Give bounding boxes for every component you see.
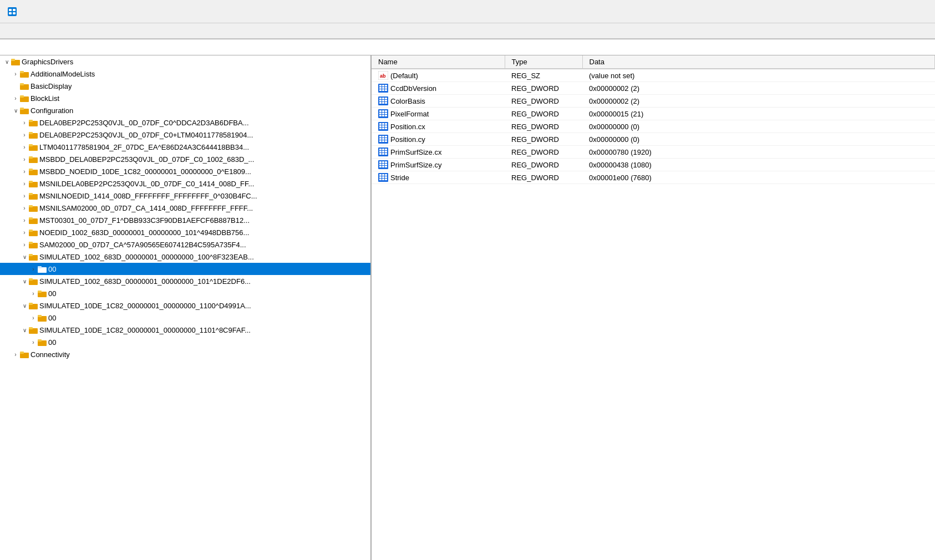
svg-rect-92 — [382, 125, 384, 127]
tree-node-msnilsam[interactable]: ›MSNILSAM02000_0D_07D7_CA_1414_008D_FFFF… — [0, 202, 370, 214]
expand-btn-simulated2[interactable]: ∨ — [20, 277, 29, 286]
value-row-1[interactable]: CcdDbVersionREG_DWORD0x00000002 (2) — [372, 82, 935, 95]
dword-icon-1 — [378, 84, 388, 93]
value-row-5[interactable]: Position.cyREG_DWORD0x00000000 (0) — [372, 133, 935, 146]
expand-btn-msnildela[interactable]: › — [20, 179, 29, 188]
value-name-text-6: PrimSurfSize.cx — [390, 148, 441, 156]
value-row-0[interactable]: ab(Default)REG_SZ(value not set) — [372, 69, 935, 82]
menu-file[interactable] — [3, 30, 14, 32]
expand-btn-sim3_00[interactable]: › — [29, 313, 38, 322]
svg-rect-124 — [379, 166, 382, 167]
tree-node-mst00301[interactable]: ›MST00301_00_07D7_F1^DBB933C3F90DB1AEFCF… — [0, 214, 370, 226]
tree-node-dela0bep2[interactable]: ›DELA0BEP2PC253Q0VJL_0D_07DF_C0+LTM04011… — [0, 129, 370, 141]
expand-btn-simulated1[interactable]: ∨ — [20, 252, 29, 261]
menu-help[interactable] — [52, 30, 63, 32]
tree-node-graphicsdrivers[interactable]: ∨GraphicsDrivers — [0, 55, 370, 68]
tree-node-ltm04011[interactable]: ›LTM04011778581904_2F_07DC_EA^E86D24A3C6… — [0, 141, 370, 153]
tree-node-sim4_00[interactable]: ›00 — [0, 336, 370, 348]
tree-node-sim3_00[interactable]: ›00 — [0, 312, 370, 324]
tree-label-msnilsam: MSNILSAM02000_0D_07D7_CA_1414_008D_FFFFF… — [39, 204, 253, 212]
values-panel[interactable]: Name Type Data ab(Default)REG_SZ(value n… — [372, 55, 935, 560]
tree-node-configuration[interactable]: ∨Configuration — [0, 104, 370, 116]
expand-btn-msnilsam[interactable]: › — [20, 203, 29, 212]
tree-node-simulated4[interactable]: ∨SIMULATED_10DE_1C82_00000001_00000000_1… — [0, 324, 370, 336]
expand-btn-graphicsdrivers[interactable]: ∨ — [2, 57, 11, 66]
tree-node-msnilnoedid[interactable]: ›MSNILNOEDID_1414_008D_FFFFFFFF_FFFFFFFF… — [0, 190, 370, 202]
expand-btn-blocklist[interactable]: › — [11, 94, 20, 103]
expand-btn-sim1_00[interactable]: › — [29, 264, 38, 273]
svg-rect-94 — [379, 128, 382, 129]
svg-rect-122 — [382, 164, 384, 165]
svg-rect-0 — [8, 7, 17, 16]
value-type-1: REG_DWORD — [505, 82, 582, 95]
tree-node-additionalmodelists[interactable]: ›AdditionalModeLists — [0, 68, 370, 80]
expand-btn-sim2_00[interactable]: › — [29, 289, 38, 298]
expand-btn-msbdd_noedid[interactable]: › — [20, 167, 29, 176]
expand-btn-noedid[interactable]: › — [20, 228, 29, 237]
tree-node-simulated2[interactable]: ∨SIMULATED_1002_683D_00000001_00000000_1… — [0, 275, 370, 287]
expand-btn-connectivity[interactable]: › — [11, 350, 20, 359]
svg-rect-50 — [29, 327, 33, 329]
tree-node-blocklist[interactable]: ›BlockList — [0, 92, 370, 104]
tree-node-basicdisplay[interactable]: BasicDisplay — [0, 80, 370, 92]
value-row-7[interactable]: PrimSurfSize.cyREG_DWORD0x00000438 (1080… — [372, 159, 935, 171]
expand-btn-mst00301[interactable]: › — [20, 216, 29, 225]
col-header-data[interactable]: Data — [582, 55, 935, 69]
expand-btn-dela0bep1[interactable]: › — [20, 118, 29, 127]
tree-label-ltm04011: LTM04011778581904_2F_07DC_EA^E86D24A3C64… — [39, 143, 249, 151]
svg-rect-109 — [382, 149, 384, 150]
svg-rect-132 — [382, 176, 384, 178]
tree-node-sim1_00[interactable]: ›00 — [0, 263, 370, 275]
value-row-8[interactable]: StrideREG_DWORD0x00001e00 (7680) — [372, 171, 935, 184]
expand-btn-sim4_00[interactable]: › — [29, 338, 38, 347]
tree-label-dela0bep2: DELA0BEP2PC253Q0VJL_0D_07DF_C0+LTM040117… — [39, 131, 253, 139]
expand-btn-basicdisplay[interactable] — [11, 82, 20, 90]
tree-node-sam02000[interactable]: ›SAM02000_0D_07D7_CA^57A90565E607412B4C5… — [0, 238, 370, 251]
svg-rect-131 — [379, 176, 382, 178]
value-row-2[interactable]: ColorBasisREG_DWORD0x00000002 (2) — [372, 95, 935, 108]
folder-icon-msnilnoedid — [29, 192, 38, 200]
value-name-5: Position.cy — [372, 133, 505, 146]
expand-btn-sam02000[interactable]: › — [20, 240, 29, 249]
tree-label-msnildela: MSNILDELA0BEP2PC253Q0VJL_0D_07DF_C0_1414… — [39, 180, 254, 188]
expand-btn-msnilnoedid[interactable]: › — [20, 191, 29, 200]
menu-edit[interactable] — [16, 30, 27, 32]
tree-node-simulated1[interactable]: ∨SIMULATED_1002_683D_00000001_00000000_1… — [0, 251, 370, 263]
svg-rect-96 — [385, 128, 387, 129]
svg-rect-103 — [385, 138, 387, 140]
tree-node-dela0bep1[interactable]: ›DELA0BEP2PC253Q0VJL_0D_07DF_C0^DDCA2D3A… — [0, 116, 370, 129]
menu-view[interactable] — [28, 30, 39, 32]
tree-node-msbdd_dela[interactable]: ›MSBDD_DELA0BEP2PC253Q0VJL_0D_07DF_C0_10… — [0, 153, 370, 165]
value-name-text-1: CcdDbVersion — [390, 84, 436, 93]
tree-node-msnildela[interactable]: ›MSNILDELA0BEP2PC253Q0VJL_0D_07DF_C0_141… — [0, 177, 370, 190]
svg-rect-18 — [29, 132, 33, 134]
tree-label-simulated1: SIMULATED_1002_683D_00000001_00000000_10… — [39, 253, 254, 261]
value-row-6[interactable]: PrimSurfSize.cxREG_DWORD0x00000780 (1920… — [372, 146, 935, 159]
tree-node-connectivity[interactable]: ›Connectivity — [0, 348, 370, 360]
col-header-type[interactable]: Type — [505, 55, 582, 69]
expand-btn-configuration[interactable]: ∨ — [11, 106, 20, 115]
value-name-text-8: Stride — [390, 174, 409, 182]
expand-btn-simulated4[interactable]: ∨ — [20, 325, 29, 334]
value-name-1: CcdDbVersion — [372, 82, 505, 95]
svg-rect-20 — [29, 144, 33, 146]
expand-btn-msbdd_dela[interactable]: › — [20, 155, 29, 164]
expand-btn-ltm04011[interactable]: › — [20, 142, 29, 151]
tree-panel[interactable]: ∨GraphicsDrivers›AdditionalModeListsBasi… — [0, 55, 372, 560]
value-type-0: REG_SZ — [505, 69, 582, 82]
tree-node-noedid[interactable]: ›NOEDID_1002_683D_00000001_00000000_101^… — [0, 226, 370, 238]
expand-btn-additionalmodelists[interactable]: › — [11, 69, 20, 78]
tree-node-msbdd_noedid[interactable]: ›MSBDD_NOEDID_10DE_1C82_00000001_0000000… — [0, 165, 370, 177]
svg-rect-58 — [379, 85, 382, 86]
value-row-3[interactable]: PixelFormatREG_DWORD0x00000015 (21) — [372, 108, 935, 120]
expand-btn-dela0bep2[interactable]: › — [20, 130, 29, 139]
value-type-8: REG_DWORD — [505, 171, 582, 184]
expand-btn-simulated3[interactable]: ∨ — [20, 301, 29, 310]
value-row-4[interactable]: Position.cxREG_DWORD0x00000000 (0) — [372, 120, 935, 133]
menu-favorites[interactable] — [40, 30, 51, 32]
col-header-name[interactable]: Name — [372, 55, 505, 69]
svg-rect-130 — [385, 174, 387, 176]
tree-node-simulated3[interactable]: ∨SIMULATED_10DE_1C82_00000001_00000000_1… — [0, 299, 370, 312]
tree-node-sim2_00[interactable]: ›00 — [0, 287, 370, 299]
svg-rect-22 — [29, 156, 33, 159]
